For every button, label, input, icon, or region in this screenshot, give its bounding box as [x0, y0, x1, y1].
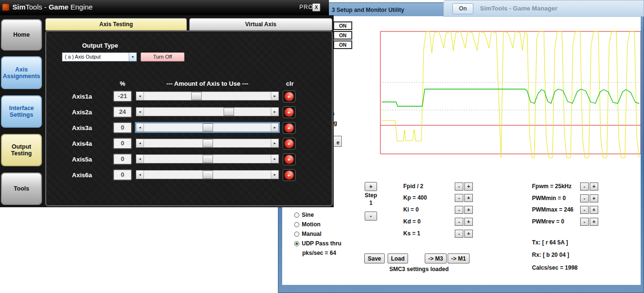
- kd-plus-button[interactable]: +: [464, 218, 473, 226]
- fpid-minus-button[interactable]: -: [455, 182, 463, 191]
- kp-plus-button[interactable]: +: [464, 194, 473, 202]
- load-button[interactable]: Load: [388, 253, 408, 263]
- slider-thumb[interactable]: [203, 155, 213, 163]
- to-m1-button[interactable]: -> M1: [448, 253, 470, 263]
- percent-header: %: [113, 80, 132, 87]
- fpid-plus-button[interactable]: +: [464, 182, 473, 191]
- game-manager-on-button[interactable]: On: [452, 3, 473, 14]
- step-label: Step: [360, 192, 382, 199]
- calcs-rate-readout: Calcs/sec = 1998: [532, 264, 578, 271]
- title-part: Engine: [69, 3, 93, 11]
- ks-plus-button[interactable]: +: [464, 230, 473, 238]
- radio-selected-icon: [294, 241, 299, 246]
- fpwm-minus-button[interactable]: -: [580, 182, 589, 191]
- radio-label: UDP Pass thru: [302, 240, 341, 247]
- tab-virtual-axis[interactable]: Virtual Axis: [189, 18, 332, 30]
- yellow-trace: [382, 31, 639, 158]
- slider-left-arrow-icon[interactable]: ◄: [136, 92, 144, 100]
- axis-value-box: 0: [113, 169, 132, 181]
- kd-minus-button[interactable]: -: [455, 218, 463, 226]
- slider-right-arrow-icon[interactable]: ►: [271, 108, 278, 116]
- axis-slider-focused[interactable]: ◄ ►: [136, 123, 279, 132]
- radio-label: Manual: [302, 231, 321, 237]
- slider-thumb[interactable]: [191, 92, 202, 100]
- slider-left-arrow-icon[interactable]: ◄: [136, 155, 144, 163]
- scope-on-button-2[interactable]: ON: [333, 31, 352, 40]
- desktop: 3 Setup and Monitor Utility ON ON ON ts …: [0, 0, 644, 293]
- axis-slider[interactable]: ◄ ►: [136, 170, 279, 179]
- axis-slider[interactable]: ◄ ►: [136, 139, 279, 148]
- axis-label: Axis4a: [55, 138, 92, 150]
- ki-plus-button[interactable]: +: [464, 206, 473, 214]
- pwmmax-minus-button[interactable]: -: [580, 206, 589, 214]
- scope-on-button-3[interactable]: ON: [333, 40, 352, 49]
- kp-minus-button[interactable]: -: [455, 194, 463, 202]
- pks-rate-label: pks/sec = 64: [302, 250, 336, 256]
- param-pwmmax-label: PWMmax = 246: [532, 206, 573, 213]
- axis-row-3: Axis3a 0 ◄ ► ➜: [46, 122, 332, 134]
- slider-right-arrow-icon[interactable]: ►: [271, 92, 278, 100]
- sidebar-item-interface-settings[interactable]: Interface Settings: [1, 95, 42, 128]
- sidebar-item-home[interactable]: Home: [1, 19, 42, 51]
- axis-clear-button[interactable]: ➜: [283, 106, 296, 118]
- slider-thumb[interactable]: [203, 123, 213, 131]
- axis-clear-button[interactable]: ➜: [283, 138, 296, 150]
- sidebar-item-axis-assignments[interactable]: Axis Assignments: [1, 56, 42, 89]
- step-minus-button[interactable]: -: [365, 212, 377, 221]
- slider-right-arrow-icon[interactable]: ►: [271, 139, 278, 147]
- axis-clear-button[interactable]: ➜: [283, 153, 296, 165]
- smc3-client-area: ON ON ON ts ing e + Step 1 -: [282, 16, 641, 285]
- reset-icon: ➜: [285, 139, 294, 148]
- axis-label: Axis2a: [55, 106, 92, 118]
- param-pwmrev-label: PWMrev = 0: [532, 218, 564, 225]
- pwmmin-minus-button[interactable]: -: [580, 194, 589, 202]
- slider-left-arrow-icon[interactable]: ◄: [136, 108, 144, 116]
- pwmrev-plus-button[interactable]: +: [590, 218, 598, 226]
- ki-minus-button[interactable]: -: [455, 206, 463, 214]
- radio-icon: [294, 212, 299, 218]
- sidebar-item-output-testing[interactable]: Output Testing: [1, 134, 42, 166]
- scope-on-button-1[interactable]: ON: [333, 21, 352, 30]
- axis-value-box: 0: [113, 138, 132, 149]
- axis-clear-button[interactable]: ➜: [283, 122, 296, 134]
- step-plus-button[interactable]: +: [365, 182, 377, 191]
- radio-icon: [294, 222, 299, 227]
- slider-left-arrow-icon[interactable]: ◄: [136, 139, 144, 147]
- output-type-dropdown[interactable]: ( a ) Axis Output ▼: [62, 52, 137, 61]
- slider-left-arrow-icon[interactable]: ◄: [136, 123, 144, 131]
- slider-right-arrow-icon[interactable]: ►: [271, 171, 278, 179]
- sidebar-item-label: Tools: [14, 185, 29, 192]
- axis-slider[interactable]: ◄ ►: [136, 154, 279, 163]
- ks-minus-button[interactable]: -: [455, 230, 463, 238]
- pwmmin-plus-button[interactable]: +: [590, 194, 598, 202]
- axis-clear-button[interactable]: ➜: [283, 91, 296, 102]
- pwmrev-minus-button[interactable]: -: [580, 218, 589, 226]
- axis-testing-panel: Output Type ( a ) Axis Output ▼ Turn Off…: [45, 30, 333, 206]
- pwmmax-plus-button[interactable]: +: [590, 206, 598, 214]
- pro-badge: PRO: [299, 4, 313, 10]
- slider-left-arrow-icon[interactable]: ◄: [136, 171, 144, 179]
- chevron-down-icon[interactable]: ▼: [129, 53, 136, 61]
- reset-icon: ➜: [285, 123, 294, 132]
- slider-thumb[interactable]: [203, 171, 213, 179]
- turn-off-button[interactable]: Turn Off: [141, 52, 184, 61]
- axis-slider[interactable]: ◄ ►: [136, 107, 279, 116]
- clr-header: clr: [282, 80, 298, 87]
- rx-readout: Rx: [ b 20 04 ]: [532, 252, 569, 258]
- fpwm-plus-button[interactable]: +: [590, 182, 598, 191]
- smc3-window-title: 3 Setup and Monitor Utility: [332, 7, 404, 13]
- to-m3-button[interactable]: -> M3: [425, 253, 447, 263]
- amount-header: --- Amount of Axis to Use ---: [136, 80, 279, 87]
- slider-right-arrow-icon[interactable]: ►: [271, 123, 278, 131]
- sidebar-item-tools[interactable]: Tools: [1, 172, 42, 205]
- slider-right-arrow-icon[interactable]: ►: [271, 155, 278, 163]
- save-button[interactable]: Save: [364, 253, 385, 263]
- tab-axis-testing[interactable]: Axis Testing: [45, 18, 187, 30]
- status-text: SMC3 settings loaded: [364, 266, 474, 273]
- axis-slider[interactable]: ◄ ►: [136, 91, 279, 101]
- slider-thumb[interactable]: [203, 139, 213, 147]
- reset-icon: ➜: [285, 171, 294, 180]
- slider-thumb[interactable]: [224, 108, 234, 116]
- close-icon[interactable]: X: [312, 3, 320, 11]
- axis-clear-button[interactable]: ➜: [283, 169, 296, 181]
